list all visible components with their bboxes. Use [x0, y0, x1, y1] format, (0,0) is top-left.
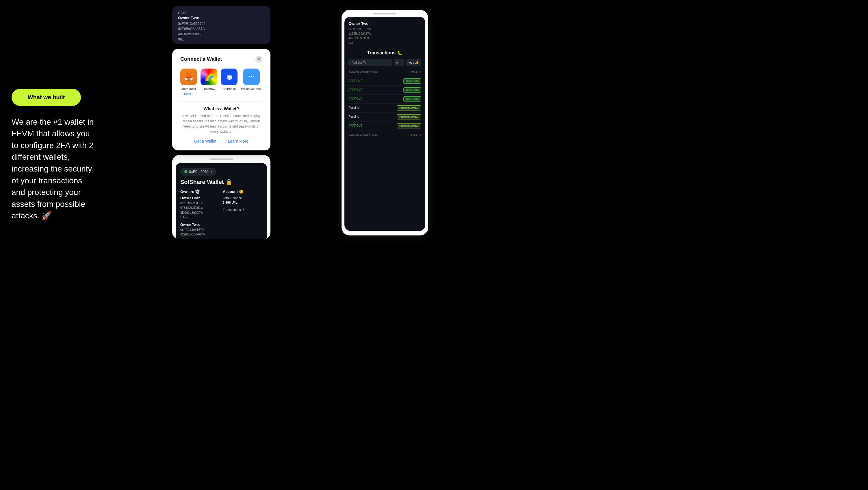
table-row: Pending PROGRAMMED	[348, 104, 421, 113]
table-header-bottom: SIGNER OWNER TWO STATUS	[348, 132, 421, 139]
transactions-header: Transactions 🐛	[348, 50, 421, 56]
get-wallet-link[interactable]: Get a Wallet	[194, 139, 216, 143]
owners-label: Owners 👻	[180, 190, 220, 194]
address-partial: CAa9	[178, 10, 265, 16]
connect-wallet-modal: Connect a Wallet ✕ 🦊 MetaMask Recent 🌈 R…	[172, 49, 271, 150]
wallet-title: SolShare Wallet 🔒	[180, 178, 262, 185]
tx-action-1: APPROVE	[348, 79, 362, 82]
phone-notch-bottom	[210, 158, 233, 160]
owners-col: Owners 👻 Owner One: 0xd5322d50306678192D…	[180, 190, 220, 237]
tx-action-5: Pending	[348, 115, 359, 118]
tx-action-2: APPROVE	[348, 88, 362, 91]
tx-status-5: PROGRAMMED	[397, 114, 421, 119]
wallet-option-rainbow[interactable]: 🌈 Rainbow	[200, 68, 217, 95]
rainbow-label: Rainbow	[203, 87, 215, 90]
table-row: APPROVE PROGRAMMED	[348, 121, 421, 131]
owner-two-label-top: Owner Two:	[178, 16, 265, 20]
address-input-row: Address To Am Add 💰	[348, 59, 421, 66]
metamask-label: MetaMask	[182, 87, 196, 90]
coinbase-icon: ◉	[221, 68, 238, 85]
what-is-wallet-text: A wallet is used to send, receive, store…	[180, 113, 262, 134]
right-phone-frame: Owner Two: 0xF9E13e516794d2E65aC0dA67A4d…	[342, 10, 428, 235]
add-button[interactable]: Add 💰	[406, 59, 421, 66]
metamask-icon: 🦊	[180, 68, 197, 85]
owner-two-address-top: 0xF9E13e516794d2E65aC0dA67A4dFb2A593AB80…	[178, 21, 265, 42]
col-signer-label-bottom: SIGNER OWNER TWO	[348, 134, 378, 137]
account-col: Account 😳 Total Balance 6.996 tFIL Trans…	[223, 190, 262, 237]
center-panel: CAa9 Owner Two: 0xF9E13e516794d2E65aC0dA…	[107, 0, 336, 245]
owner-one-label: Owner One:	[180, 196, 220, 201]
wallet-address-text: 0xF9...8061	[189, 170, 209, 174]
learn-more-link[interactable]: Learn More	[228, 139, 248, 143]
wallet-option-walletconnect[interactable]: 〜 WalletConnect	[241, 68, 261, 95]
table-row: APPROVE SUCCESS	[348, 94, 421, 104]
main-description: We are the #1 wallet in FEVM that allows…	[11, 116, 95, 222]
modal-title: Connect a Wallet	[180, 56, 222, 62]
chevron-down-icon: ▾	[211, 170, 212, 173]
phone-notch-right	[373, 13, 397, 15]
right-owner-section: Owner Two: 0xF9E13e516794d2E65aC0dA67A4d…	[348, 21, 421, 46]
tx-status-6: PROGRAMMED	[397, 123, 421, 128]
wallet-option-coinbase[interactable]: ◉ Coinbase	[221, 68, 238, 95]
wallet-options: 🦊 MetaMask Recent 🌈 Rainbow ◉ Coinbase 〜…	[180, 68, 262, 95]
walletconnect-icon: 〜	[243, 68, 260, 85]
metamask-recent: Recent	[184, 92, 193, 95]
what-is-wallet-section: What is a Wallet? A wallet is used to se…	[180, 101, 262, 143]
wallet-links: Get a Wallet Learn More	[180, 139, 262, 143]
top-dark-card: CAa9 Owner Two: 0xF9E13e516794d2E65aC0dA…	[172, 6, 271, 44]
table-header-top: SIGNER OWNER TWO STATUS	[348, 70, 421, 75]
owner-one-address: 0xd5322d50306678192DfE85ca9D062d3e0D7ACA…	[180, 201, 220, 220]
tx-status-2: SUCCESS	[403, 87, 421, 92]
wallet-option-metamask[interactable]: 🦊 MetaMask Recent	[180, 68, 197, 95]
coinbase-label: Coinbase	[222, 87, 236, 90]
owner-two-address-bottom: 0xF9E13e516794d2E65aC0dA67A	[180, 227, 220, 237]
tx-status-1: SUCCESS	[403, 78, 421, 84]
tx-action-4: Pending	[348, 106, 359, 109]
walletconnect-label: WalletConnect	[241, 87, 261, 90]
bottom-phone-mock: 0xF9...8061 ▾ SolShare Wallet 🔒 Owners 👻…	[172, 155, 271, 239]
right-panel: Owner Two: 0xF9E13e516794d2E65aC0dA67A4d…	[336, 0, 434, 245]
transactions-count: Transactions: 6	[223, 207, 262, 212]
what-we-built-button[interactable]: What we built	[11, 89, 81, 106]
table-row: Pending PROGRAMMED	[348, 113, 421, 121]
phone-dark-inner-bottom: 0xF9...8061 ▾ SolShare Wallet 🔒 Owners 👻…	[176, 163, 267, 239]
right-owner-two-label: Owner Two:	[348, 21, 421, 26]
modal-header: Connect a Wallet ✕	[180, 56, 262, 63]
right-owner-two-address: 0xF9E13e516794d2E65aC0dA67A4dFb2A593AB80…	[348, 27, 421, 46]
table-row: APPROVE SUCCESS	[348, 86, 421, 94]
total-balance-value: 6.996 tFIL	[223, 200, 262, 205]
account-label: Account 😳	[223, 190, 262, 194]
phone-dark-right: Owner Two: 0xF9E13e516794d2E65aC0dA67A4d…	[344, 17, 425, 231]
wallet-address-badge[interactable]: 0xF9...8061 ▾	[180, 168, 216, 176]
wallet-dot	[184, 170, 187, 173]
rainbow-icon: 🌈	[200, 68, 217, 85]
amount-input[interactable]: Am	[394, 59, 404, 66]
table-row: APPROVE SUCCESS	[348, 77, 421, 86]
tx-status-4: PROGRAMMED	[397, 105, 421, 111]
total-balance-label: Total Balance	[223, 196, 262, 200]
col-status-label: STATUS	[410, 71, 421, 74]
wallet-info-grid: Owners 👻 Owner One: 0xd5322d50306678192D…	[180, 190, 262, 237]
owner-two-label-bottom: Owner Two:	[180, 222, 220, 227]
tx-action-6: APPROVE	[348, 124, 362, 127]
tx-action-3: APPROVE	[348, 97, 362, 100]
modal-close-button[interactable]: ✕	[255, 56, 262, 63]
address-to-input[interactable]: Address To	[348, 59, 392, 66]
what-is-wallet-title: What is a Wallet?	[180, 106, 262, 111]
col-status-label-bottom: STATUS	[410, 134, 421, 137]
tx-status-3: SUCCESS	[403, 96, 421, 102]
left-panel: What we built We are the #1 wallet in FE…	[0, 0, 107, 245]
col-signer-label: SIGNER OWNER TWO	[348, 71, 378, 74]
